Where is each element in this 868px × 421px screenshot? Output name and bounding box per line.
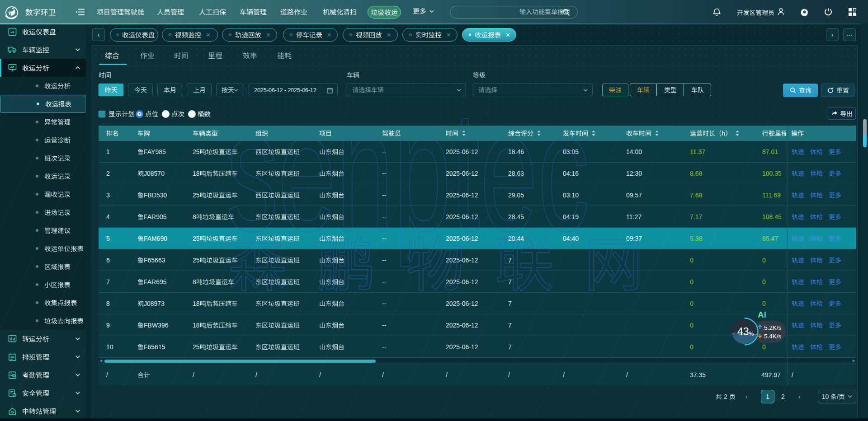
svg-text:5.4K/s: 5.4K/s: [764, 333, 782, 340]
svg-text:%: %: [11, 65, 14, 69]
svg-text:5.2K/s: 5.2K/s: [764, 324, 782, 331]
svg-text:AI: AI: [758, 310, 766, 319]
